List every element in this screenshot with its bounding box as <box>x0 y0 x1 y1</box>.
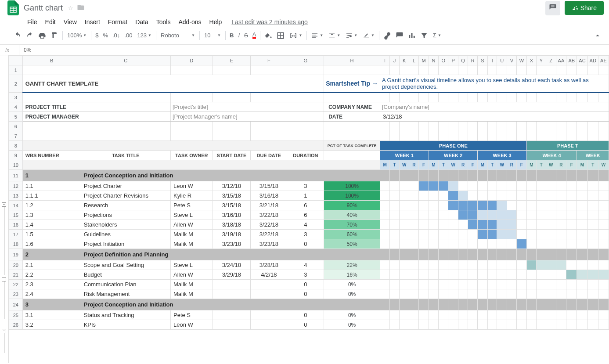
gantt-cell[interactable] <box>556 260 566 270</box>
owner-cell[interactable]: Malik M <box>170 239 213 249</box>
print-button[interactable] <box>38 32 46 40</box>
column-header[interactable]: X <box>526 56 536 65</box>
duration-cell[interactable]: 3 <box>287 230 324 239</box>
wbs-cell[interactable]: 1.5 <box>22 230 81 239</box>
gantt-cell[interactable] <box>536 191 546 201</box>
halign-button[interactable]: ▼ <box>309 31 326 40</box>
gantt-cell[interactable] <box>526 220 536 230</box>
gantt-cell[interactable] <box>507 320 516 330</box>
filter-button[interactable] <box>420 32 428 40</box>
gantt-cell[interactable] <box>429 210 438 220</box>
pct-cell[interactable]: 22% <box>324 260 380 270</box>
gantt-cell[interactable] <box>546 239 556 249</box>
gantt-cell[interactable] <box>429 201 438 210</box>
gantt-cell[interactable] <box>380 320 389 330</box>
due-cell[interactable] <box>251 320 287 330</box>
gantt-cell[interactable] <box>478 270 487 280</box>
gantt-cell[interactable] <box>556 270 566 280</box>
comment-button[interactable] <box>396 32 404 40</box>
gantt-cell[interactable] <box>468 181 478 191</box>
gantt-cell[interactable] <box>478 320 487 330</box>
gantt-cell[interactable] <box>598 201 609 210</box>
gantt-cell[interactable] <box>419 210 429 220</box>
fillcolor-button[interactable] <box>264 32 272 40</box>
gantt-cell[interactable] <box>399 191 409 201</box>
menu-addons[interactable]: Add-ons <box>178 18 201 25</box>
gantt-cell[interactable] <box>399 239 409 249</box>
row-header[interactable]: 5 <box>9 112 23 122</box>
gantt-cell[interactable] <box>448 239 458 249</box>
gantt-cell[interactable] <box>526 310 536 320</box>
textcolor-button[interactable]: A <box>252 32 256 39</box>
gantt-cell[interactable] <box>390 280 400 289</box>
gantt-cell[interactable] <box>507 270 516 280</box>
column-header[interactable]: P <box>448 56 458 65</box>
gantt-cell[interactable] <box>507 239 516 249</box>
fx-icon[interactable]: fx <box>0 45 19 55</box>
gantt-cell[interactable] <box>448 210 458 220</box>
gantt-cell[interactable] <box>577 181 587 191</box>
gantt-cell[interactable] <box>429 289 438 299</box>
gantt-cell[interactable] <box>598 310 609 320</box>
column-header[interactable]: M <box>419 56 429 65</box>
gantt-cell[interactable] <box>409 310 419 320</box>
gantt-cell[interactable] <box>409 289 419 299</box>
gantt-cell[interactable] <box>478 201 487 210</box>
gantt-cell[interactable] <box>468 289 478 299</box>
gantt-cell[interactable] <box>487 201 497 210</box>
gantt-cell[interactable] <box>399 280 409 289</box>
gantt-cell[interactable] <box>598 260 609 270</box>
wbs-cell[interactable]: 1.1 <box>22 181 81 191</box>
column-header[interactable]: B <box>22 56 81 65</box>
menu-view[interactable]: View <box>64 18 77 25</box>
gantt-cell[interactable] <box>419 220 429 230</box>
start-cell[interactable] <box>213 320 251 330</box>
merge-button[interactable]: ▼ <box>287 31 305 40</box>
gantt-cell[interactable] <box>536 260 546 270</box>
gantt-cell[interactable] <box>507 260 516 270</box>
sheets-logo[interactable] <box>5 0 21 16</box>
gantt-cell[interactable] <box>458 320 468 330</box>
gantt-cell[interactable] <box>497 320 507 330</box>
select-all-corner[interactable] <box>9 56 23 65</box>
owner-cell[interactable]: Malik M <box>170 280 213 289</box>
gantt-cell[interactable] <box>507 210 516 220</box>
gantt-cell[interactable] <box>399 270 409 280</box>
gantt-cell[interactable] <box>468 310 478 320</box>
pct-cell[interactable]: 100% <box>324 191 380 201</box>
pct-cell[interactable]: 0% <box>324 320 380 330</box>
column-header[interactable]: Q <box>458 56 468 65</box>
gantt-cell[interactable] <box>448 220 458 230</box>
owner-cell[interactable]: Leon W <box>170 320 213 330</box>
gantt-cell[interactable] <box>577 289 587 299</box>
group-toggle[interactable]: − <box>2 202 6 207</box>
gantt-cell[interactable] <box>516 220 526 230</box>
gantt-cell[interactable] <box>390 220 400 230</box>
task-cell[interactable]: Risk Management <box>81 289 170 299</box>
column-header[interactable]: R <box>468 56 478 65</box>
row-header[interactable]: 17 <box>9 230 23 239</box>
gantt-cell[interactable] <box>546 270 556 280</box>
duration-cell[interactable]: 4 <box>287 220 324 230</box>
column-header[interactable]: F <box>251 56 287 65</box>
gantt-cell[interactable] <box>487 280 497 289</box>
gantt-cell[interactable] <box>429 181 438 191</box>
menu-file[interactable]: File <box>27 18 37 25</box>
gantt-cell[interactable] <box>439 191 448 201</box>
gantt-cell[interactable] <box>468 220 478 230</box>
row-header[interactable]: 4 <box>9 102 23 112</box>
gantt-cell[interactable] <box>566 270 577 280</box>
gantt-cell[interactable] <box>598 239 609 249</box>
gantt-cell[interactable] <box>448 230 458 239</box>
task-cell[interactable]: Project Initiation <box>81 239 170 249</box>
gantt-cell[interactable] <box>587 280 598 289</box>
wbs-cell[interactable]: 3.1 <box>22 310 81 320</box>
column-header[interactable]: N <box>429 56 438 65</box>
gantt-cell[interactable] <box>419 270 429 280</box>
gantt-cell[interactable] <box>390 191 400 201</box>
gantt-cell[interactable] <box>516 320 526 330</box>
gantt-cell[interactable] <box>458 289 468 299</box>
row-header[interactable]: 12 <box>9 181 23 191</box>
gantt-cell[interactable] <box>526 289 536 299</box>
pct-cell[interactable]: 100% <box>324 181 380 191</box>
